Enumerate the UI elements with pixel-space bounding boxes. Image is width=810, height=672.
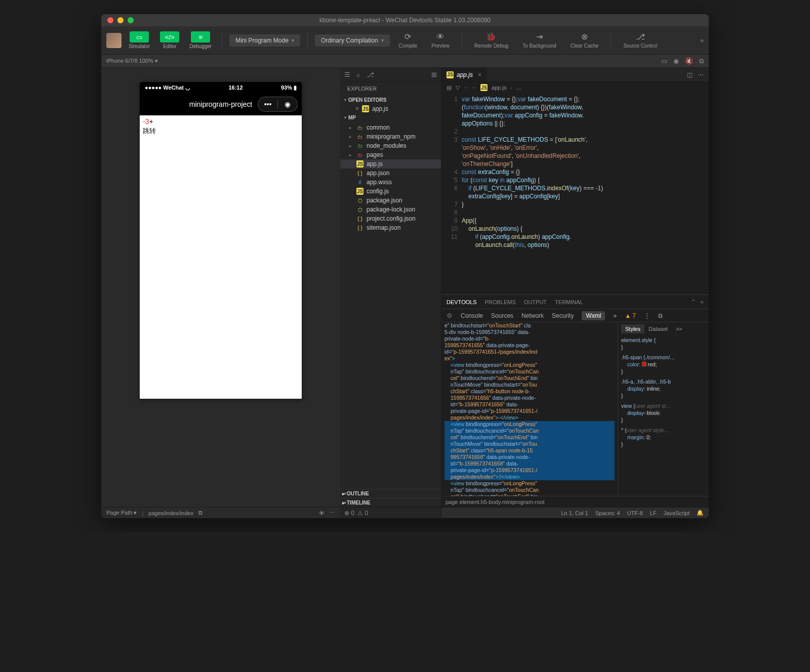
open-editors-section[interactable]: OPEN EDITORS: [340, 96, 441, 104]
editor-toggle[interactable]: </> Editor: [157, 31, 182, 49]
project-root[interactable]: MP: [340, 113, 441, 122]
file-app-json[interactable]: { }app.json: [340, 169, 441, 178]
open-editor-item[interactable]: ×JSapp.js: [340, 104, 441, 113]
error-count-icon[interactable]: ⊗ 0: [344, 510, 354, 517]
compile-button[interactable]: ⟳ Compile: [394, 32, 423, 49]
warning-badge[interactable]: ▲ 7: [625, 312, 636, 319]
copy-path-icon[interactable]: ⧉: [198, 510, 202, 516]
styles-more-tab[interactable]: >>: [672, 324, 686, 333]
element-path[interactable]: page element.h5-body.miniprogram-root: [441, 496, 709, 507]
tab-terminal[interactable]: TERMINAL: [555, 299, 583, 305]
record-icon[interactable]: ◉: [673, 57, 679, 65]
minimize-window-button[interactable]: [117, 17, 124, 23]
tab-devtools[interactable]: DEVTOOLS: [447, 299, 477, 305]
eye-icon: 👁: [436, 32, 444, 41]
folder-pages[interactable]: ▸🗀pages: [340, 150, 441, 159]
new-file-icon[interactable]: ⊞: [431, 71, 437, 78]
to-background-button[interactable]: ⇥ To Background: [517, 32, 561, 49]
subtab-sources[interactable]: Sources: [491, 312, 513, 319]
devtools-panel: DEVTOOLS PROBLEMS OUTPUT TERMINAL ⌃ × ⯐ …: [441, 295, 709, 507]
bookmark-icon: ▽: [456, 85, 460, 91]
jump-link[interactable]: 跳转: [143, 127, 299, 136]
zoom-window-button[interactable]: [128, 17, 134, 23]
subtab-wxml[interactable]: Wxml: [582, 311, 605, 320]
compilation-select[interactable]: Ordinary Compilation: [315, 34, 390, 47]
device-icon[interactable]: ▭: [661, 57, 667, 65]
subtab-security[interactable]: Security: [552, 312, 574, 319]
kebab-icon[interactable]: ⋮: [644, 312, 650, 319]
subtab-console[interactable]: Console: [461, 312, 483, 319]
styles-tab[interactable]: Styles: [621, 324, 644, 333]
program-mode-select[interactable]: Mini Program Mode: [229, 34, 300, 47]
wxml-tree[interactable]: e" bindtouchstart="onTouchStart" cla5-di…: [441, 322, 618, 496]
editor-tab-app-js[interactable]: JS app.js ×: [441, 68, 487, 81]
code-editor[interactable]: 1234567891011 var fakeWindow = {};var fa…: [441, 93, 709, 295]
split-editor-icon[interactable]: ◫: [687, 71, 693, 78]
preview-button[interactable]: 👁 Preview: [426, 32, 455, 49]
dock-icon[interactable]: ⧉: [658, 312, 663, 319]
mute-icon[interactable]: 🔇: [685, 57, 693, 65]
editor-breadcrumb[interactable]: ▤ ▽ ← → JS app.js › ...: [441, 82, 709, 93]
branch-icon[interactable]: ⎇: [367, 71, 374, 78]
bell-icon[interactable]: 🔔: [697, 510, 704, 516]
timeline-section[interactable]: ▸ TIMELINE: [340, 498, 441, 507]
language-mode[interactable]: JavaScript: [664, 510, 690, 516]
file-app-js[interactable]: JSapp.js: [340, 159, 441, 169]
source-control-button[interactable]: ⎇ Source Control: [618, 32, 662, 49]
indent-setting[interactable]: Spaces: 4: [595, 510, 620, 516]
warning-count-icon[interactable]: ⚠ 0: [357, 510, 368, 517]
search-icon[interactable]: ⌕: [356, 71, 360, 78]
inspect-icon[interactable]: ⯐: [447, 312, 453, 319]
file-app-wxss[interactable]: #app.wxss: [340, 178, 441, 187]
editor-more-icon[interactable]: ⋯: [698, 71, 704, 78]
explorer-title: EXPLORER: [340, 82, 441, 96]
outline-section[interactable]: ▸ OUTLINE: [340, 489, 441, 498]
phone-page[interactable]: -3+ 跳转: [140, 115, 302, 399]
more-icon[interactable]: »: [700, 37, 704, 44]
folder-miniprogram-npm[interactable]: ▸🗀miniprogram_npm: [340, 132, 441, 141]
cursor-position[interactable]: Ln 1, Col 1: [561, 510, 588, 516]
file-config-js[interactable]: JSconfig.js: [340, 187, 441, 196]
traffic-lights: [107, 17, 134, 23]
more-h-icon[interactable]: ⋯: [330, 510, 335, 516]
user-avatar[interactable]: [106, 33, 122, 48]
page-path-value: pages/index/index: [148, 510, 193, 516]
styles-pane[interactable]: Styles Dataset >> element.style { } .h5-…: [618, 322, 709, 496]
phone-title: miniprogram-project: [189, 100, 252, 108]
device-select[interactable]: iPhone 6/7/8 100% ▾: [106, 58, 158, 64]
copy-icon[interactable]: ⧉: [699, 57, 704, 65]
editor-tabs: JS app.js × ◫ ⋯: [441, 68, 709, 82]
file-package-json[interactable]: ⬡package.json: [340, 196, 441, 205]
remote-debug-button[interactable]: 🐞 Remote Debug: [469, 32, 513, 49]
more-tabs-icon[interactable]: »: [613, 312, 617, 319]
devtools-subtabs: ⯐ Console Sources Network Security Wxml …: [441, 309, 709, 322]
folder-common[interactable]: ▸🗀common: [340, 123, 441, 132]
file-package-lock-json[interactable]: ⬡package-lock.json: [340, 205, 441, 214]
app-window: kbone-template-preact - WeChat Devtools …: [101, 14, 709, 518]
close-window-button[interactable]: [107, 17, 113, 23]
simulator-toggle[interactable]: ▭ Simulator: [126, 31, 153, 49]
clear-cache-button[interactable]: ⊗ Clear Cache: [565, 32, 604, 49]
encoding[interactable]: UTF-8: [627, 510, 643, 516]
close-panel-icon[interactable]: ×: [701, 299, 704, 305]
page-path-label[interactable]: Page Path ▾: [106, 510, 137, 516]
folder-node-modules[interactable]: ▸🗀node_modules: [340, 141, 441, 150]
file-sitemap-json[interactable]: { }sitemap.json: [340, 223, 441, 232]
phone-simulator: ●●●●● WeChat ◡ 16:12 93% ▮ miniprogram-p…: [140, 82, 302, 399]
titlebar: kbone-template-preact - WeChat Devtools …: [101, 14, 709, 26]
close-tab-icon[interactable]: ×: [478, 71, 481, 78]
debugger-toggle[interactable]: ≡ Debugger: [186, 31, 215, 49]
background-icon: ⇥: [536, 32, 543, 41]
explorer-tabbar: ☰ ⌕ ⎇ ⊞: [340, 68, 441, 82]
window-title: kbone-template-preact - WeChat Devtools …: [101, 17, 709, 24]
subtab-network[interactable]: Network: [521, 312, 544, 319]
dataset-tab[interactable]: Dataset: [644, 324, 672, 333]
chevron-up-icon[interactable]: ⌃: [691, 299, 696, 305]
tab-problems[interactable]: PROBLEMS: [485, 299, 516, 305]
capsule-menu[interactable]: ••• ◉: [258, 97, 298, 112]
eol[interactable]: LF: [650, 510, 657, 516]
list-icon[interactable]: ☰: [344, 71, 350, 78]
eye-icon[interactable]: 👁: [319, 510, 325, 516]
tab-output[interactable]: OUTPUT: [524, 299, 547, 305]
file-project-config-json[interactable]: { }project.config.json: [340, 214, 441, 223]
